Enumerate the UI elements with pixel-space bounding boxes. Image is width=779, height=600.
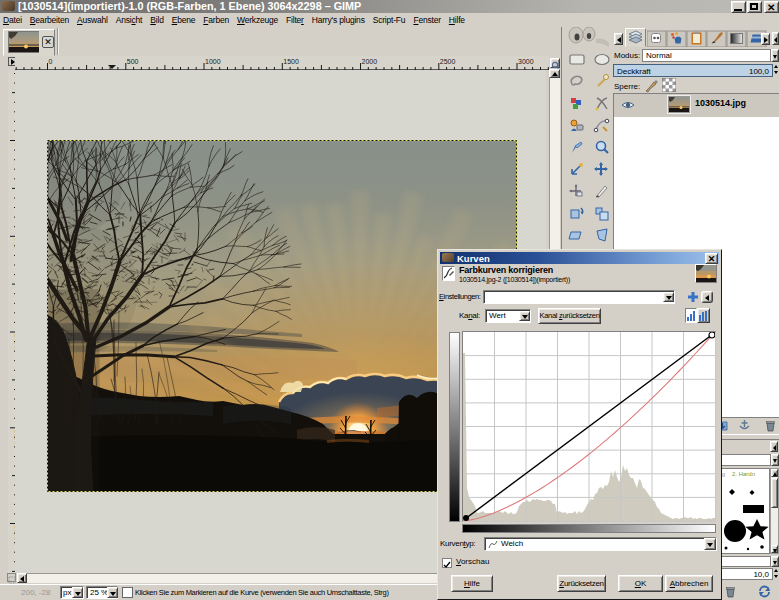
svg-text:0: 0	[49, 58, 53, 65]
svg-text:1500: 1500	[283, 58, 299, 65]
svg-text:1000: 1000	[205, 58, 221, 65]
svg-text:2000: 2000	[362, 58, 378, 65]
svg-text:500: 500	[127, 58, 139, 65]
svg-text:3000: 3000	[518, 58, 534, 65]
svg-text:2500: 2500	[440, 58, 456, 65]
